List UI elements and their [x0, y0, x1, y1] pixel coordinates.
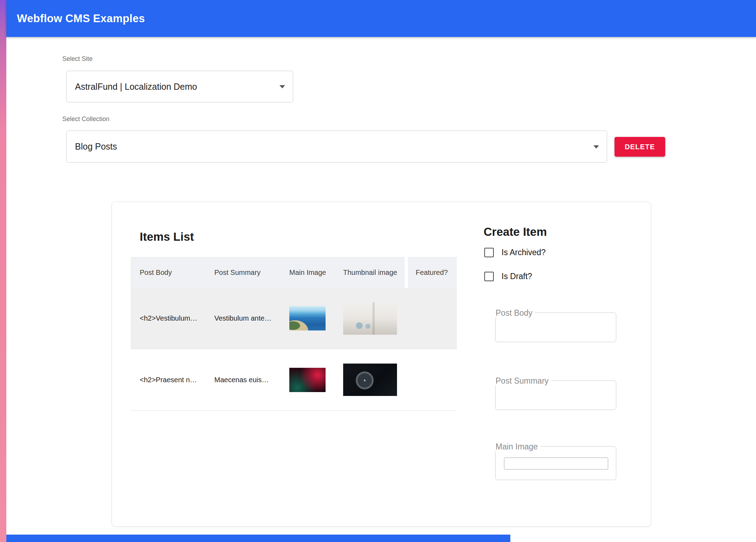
column-header-post-summary: Post Summary	[205, 269, 280, 277]
table-row[interactable]: <h2>Vestibulum… Vestibulum ante…	[131, 288, 457, 349]
post-summary-input[interactable]	[500, 389, 610, 405]
post-body-field-label: Post Body	[495, 308, 535, 317]
items-table-header: Post Body Post Summary Main Image Thumbn…	[131, 257, 457, 288]
row-thumbnail-cell	[334, 302, 405, 335]
is-draft-checkbox[interactable]	[484, 272, 494, 281]
page: Webflow CMS Examples Select Site AstralF…	[0, 0, 756, 542]
items-list-title: Items List	[140, 230, 194, 244]
column-header-post-body: Post Body	[131, 269, 205, 277]
row-post-summary: Vestibulum ante…	[205, 314, 280, 322]
main-image-photo	[289, 368, 326, 392]
post-body-field[interactable]: Post Body	[495, 313, 616, 342]
row-main-image-cell	[280, 368, 334, 392]
is-draft-label[interactable]: Is Draft?	[502, 272, 532, 281]
row-thumbnail-cell	[334, 364, 405, 396]
table-row[interactable]: <h2>Praesent n… Maecenas euis…	[131, 349, 457, 411]
items-table: Post Body Post Summary Main Image Thumbn…	[131, 257, 457, 411]
select-collection-label: Select Collection	[62, 115, 109, 123]
left-edge-gradient	[0, 0, 6, 542]
site-select-value: AstralFund | Localization Demo	[75, 82, 197, 92]
app-title: Webflow CMS Examples	[17, 12, 145, 25]
main-image-field-label: Main Image	[495, 442, 540, 451]
row-main-image-cell	[280, 306, 334, 330]
column-header-main-image: Main Image	[280, 269, 334, 277]
header-gap	[405, 257, 408, 288]
items-table-header-main: Post Body Post Summary Main Image Thumbn…	[131, 257, 405, 288]
is-archived-checkbox[interactable]	[484, 248, 494, 257]
bottom-blue-bar	[6, 535, 510, 542]
dropdown-arrow-icon[interactable]	[593, 145, 599, 149]
column-header-featured: Featured?	[416, 269, 448, 277]
dropdown-arrow-icon[interactable]	[279, 85, 285, 88]
main-image-input[interactable]	[504, 458, 608, 469]
row-post-summary: Maecenas euis…	[205, 376, 280, 384]
create-item-title: Create Item	[484, 225, 547, 239]
content-card: Items List Post Body Post Summary Main I…	[112, 202, 651, 527]
is-archived-label[interactable]: Is Archived?	[502, 248, 546, 257]
thumbnail-image-photo	[343, 302, 397, 335]
post-body-input[interactable]	[500, 321, 610, 337]
select-site-label: Select Site	[62, 55, 93, 63]
row-post-body: <h2>Vestibulum…	[131, 314, 205, 322]
delete-button[interactable]: DELETE	[615, 137, 665, 157]
app-bar: Webflow CMS Examples	[6, 0, 756, 37]
main-image-field[interactable]: Main Image	[495, 446, 616, 480]
thumbnail-image-photo	[343, 364, 397, 396]
row-post-body: <h2>Praesent n…	[131, 376, 205, 384]
collection-select-value: Blog Posts	[75, 141, 117, 152]
site-select[interactable]: AstralFund | Localization Demo	[66, 71, 293, 102]
is-archived-checkbox-row[interactable]: Is Archived?	[484, 248, 546, 257]
main-image-photo	[289, 306, 326, 330]
is-draft-checkbox-row[interactable]: Is Draft?	[484, 272, 532, 281]
collection-select[interactable]: Blog Posts	[66, 131, 607, 163]
post-summary-field[interactable]: Post Summary	[495, 380, 616, 410]
items-table-header-featured: Featured?	[408, 257, 457, 288]
column-header-thumbnail-image: Thumbnail image	[334, 269, 405, 277]
post-summary-field-label: Post Summary	[495, 376, 551, 385]
